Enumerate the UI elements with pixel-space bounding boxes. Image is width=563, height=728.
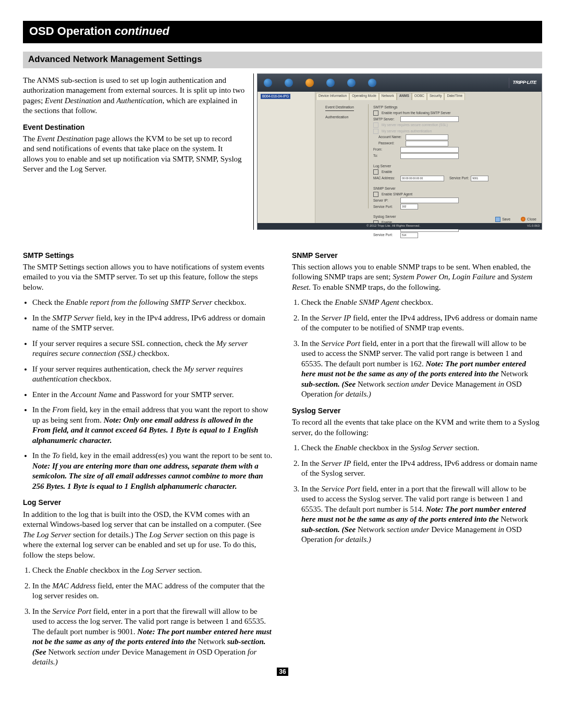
screenshot-sidebar: B064-016-04-IPG xyxy=(258,92,315,223)
brand-logo: TRIPP·LITE xyxy=(509,78,540,88)
chapter-subtitle: continued xyxy=(115,24,169,38)
page-number: 36 xyxy=(277,668,288,676)
smtp-intro: The SMTP Settings section allows you to … xyxy=(23,262,273,293)
screenshot-toolbar: TRIPP·LITE xyxy=(258,74,542,92)
event-destination-paragraph: The Event Destination page allows the KV… xyxy=(23,134,245,175)
screenshot-tabs: Device Information Operating Mode Networ… xyxy=(316,93,540,100)
toolbar-icon xyxy=(347,79,356,87)
screenshot-footer: © 2012 Tripp Lite. All Rights Reserved. … xyxy=(258,223,542,229)
snmp-intro: This section allows you to enable SNMP t… xyxy=(292,262,542,293)
toolbar-icon xyxy=(326,79,335,87)
syslog-steps: Check the Enable checkbox in the Syslog … xyxy=(292,443,542,545)
logserver-steps: Check the Enable checkbox in the Log Ser… xyxy=(23,565,273,668)
smtp-heading: SMTP Settings xyxy=(23,251,273,260)
toolbar-icon xyxy=(285,79,293,87)
logserver-intro: In addition to the log that is built int… xyxy=(23,510,273,561)
anms-screenshot: TRIPP·LITE B064-016-04-IPG Device Inform… xyxy=(257,73,542,230)
toolbar-icon xyxy=(264,79,272,87)
toolbar-icon xyxy=(368,79,376,87)
chapter-title: OSD Operation xyxy=(29,24,112,38)
event-destination-heading: Event Destination xyxy=(23,122,245,132)
section-title: Advanced Network Management Settings xyxy=(23,52,542,68)
smtp-bullets: Check the Enable report from the followi… xyxy=(23,298,273,491)
snmp-steps: Check the Enable SNMP Agent checkbox. In… xyxy=(292,298,542,400)
syslog-intro: To record all the events that take place… xyxy=(292,417,542,438)
intro-paragraph: The ANMS sub-section is used to set up l… xyxy=(23,76,245,116)
screenshot-buttons: Save Close xyxy=(495,217,536,222)
toolbar-icon-active xyxy=(305,79,314,87)
chapter-header: OSD Operation continued xyxy=(23,21,542,43)
snmp-heading: SNMP Server xyxy=(292,251,542,260)
device-node: B064-016-04-IPG xyxy=(261,94,290,99)
syslog-heading: Syslog Server xyxy=(292,406,542,415)
logserver-heading: Log Server xyxy=(23,498,273,507)
